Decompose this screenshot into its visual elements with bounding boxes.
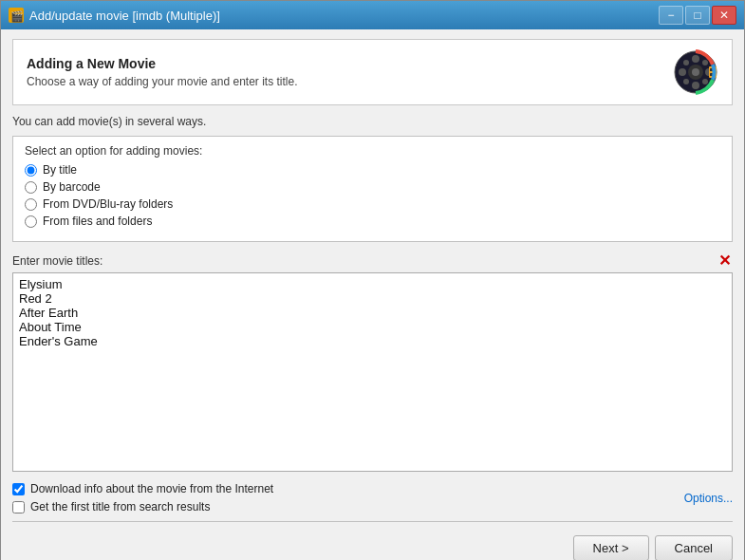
checkbox-group: Download info about the movie from the I… (12, 482, 273, 513)
checkbox-first-title[interactable]: Get the first title from search results (12, 500, 273, 513)
cancel-button[interactable]: Cancel (655, 535, 733, 560)
footer-buttons: Next > Cancel (12, 530, 733, 560)
next-button[interactable]: Next > (573, 535, 649, 560)
svg-point-5 (692, 55, 699, 63)
checkbox-download-info-input[interactable] (12, 483, 25, 495)
checkbox-first-title-label: Get the first title from search results (30, 500, 210, 513)
radio-by-barcode-input[interactable] (25, 181, 37, 194)
titles-section: Enter movie titles: ✕ Elysium Red 2 Afte… (12, 253, 733, 475)
svg-point-10 (702, 79, 708, 84)
info-text: You can add movie(s) in several ways. (12, 115, 733, 128)
titles-header: Enter movie titles: ✕ (12, 253, 733, 269)
clear-titles-button[interactable]: ✕ (717, 253, 733, 269)
svg-point-9 (683, 60, 689, 65)
film-reel-icon (673, 49, 718, 95)
title-bar-left: 🎬 Add/update movie [imdb (Multiple)] (9, 8, 220, 23)
radio-from-files-input[interactable] (25, 215, 37, 228)
minimize-button[interactable]: − (659, 6, 683, 25)
footer-divider (12, 521, 733, 522)
checkbox-download-info[interactable]: Download info about the movie from the I… (12, 482, 273, 495)
radio-from-dvd[interactable]: From DVD/Blu-ray folders (25, 197, 720, 211)
radio-by-title-label: By title (43, 163, 77, 177)
main-window: 🎬 Add/update movie [imdb (Multiple)] − □… (0, 0, 745, 560)
radio-from-files[interactable]: From files and folders (25, 215, 720, 228)
checkbox-download-info-label: Download info about the movie from the I… (30, 482, 273, 495)
options-group: Select an option for adding movies: By t… (12, 136, 733, 242)
svg-point-12 (683, 79, 689, 84)
checkbox-options-row: Download info about the movie from the I… (12, 482, 733, 513)
radio-by-title[interactable]: By title (25, 163, 720, 177)
svg-point-11 (702, 60, 708, 65)
radio-from-dvd-label: From DVD/Blu-ray folders (43, 197, 173, 211)
title-bar-controls: − □ ✕ (659, 6, 736, 25)
subheading: Choose a way of adding your movie and en… (27, 75, 298, 88)
titles-label: Enter movie titles: (12, 254, 102, 268)
window-title: Add/update movie [imdb (Multiple)] (29, 9, 220, 23)
svg-text:🎬: 🎬 (10, 9, 24, 23)
options-group-label: Select an option for adding movies: (25, 144, 720, 158)
radio-by-barcode-label: By barcode (43, 180, 101, 194)
heading: Adding a New Movie (27, 56, 298, 71)
radio-by-barcode[interactable]: By barcode (25, 180, 720, 194)
close-button[interactable]: ✕ (712, 6, 736, 25)
radio-from-files-label: From files and folders (43, 215, 152, 228)
radio-by-title-input[interactable] (25, 164, 37, 177)
app-icon: 🎬 (9, 8, 24, 23)
header-text: Adding a New Movie Choose a way of addin… (27, 56, 298, 88)
options-link[interactable]: Options... (684, 492, 733, 505)
title-bar: 🎬 Add/update movie [imdb (Multiple)] − □… (1, 1, 744, 29)
svg-point-6 (692, 82, 699, 89)
window-body: Adding a New Movie Choose a way of addin… (1, 29, 744, 560)
radio-from-dvd-input[interactable] (25, 198, 37, 211)
svg-point-7 (679, 68, 686, 76)
svg-point-4 (692, 68, 699, 76)
checkbox-first-title-input[interactable] (12, 501, 25, 513)
header-section: Adding a New Movie Choose a way of addin… (12, 39, 733, 105)
movie-titles-input[interactable]: Elysium Red 2 After Earth About Time End… (12, 272, 733, 472)
maximize-button[interactable]: □ (685, 6, 710, 25)
